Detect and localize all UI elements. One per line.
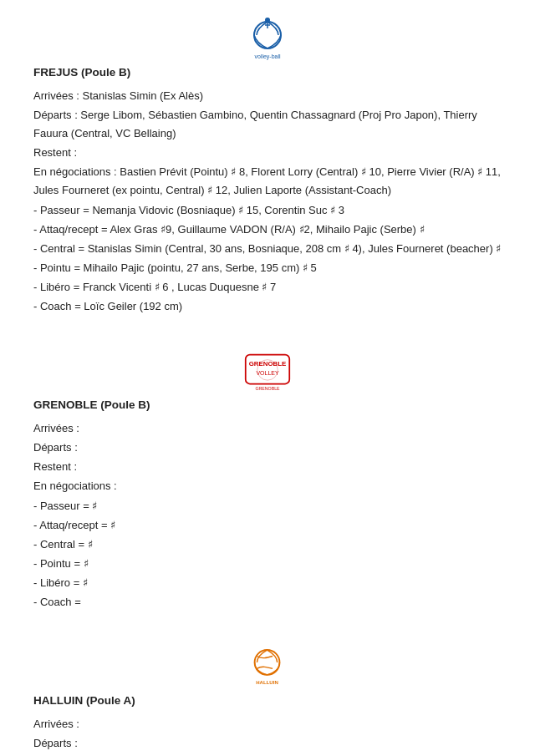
grenoble-section: GRENOBLE VOLLEY GRENOBLE GRENOBLE (Poule… bbox=[33, 349, 502, 611]
halluin-section: HALLUIN HALLUIN (Poule A) Arrivées : Dép… bbox=[33, 645, 502, 756]
grenoble-line-0: Arrivées : bbox=[33, 419, 502, 438]
frejus-title: FREJUS (Poule B) bbox=[33, 66, 130, 79]
svg-text:HALLUIN: HALLUIN bbox=[256, 680, 278, 685]
grenoble-logo: GRENOBLE VOLLEY GRENOBLE bbox=[238, 349, 297, 395]
frejus-line-3: En négociations : Bastien Prévit (Pointu… bbox=[33, 163, 502, 200]
grenoble-header: GRENOBLE VOLLEY GRENOBLE GRENOBLE (Poule… bbox=[33, 349, 502, 411]
halluin-logo: HALLUIN bbox=[238, 645, 297, 691]
grenoble-line-6: - Central = ♯ bbox=[33, 535, 502, 554]
grenoble-line-5: - Attaq/recept = ♯ bbox=[33, 516, 502, 535]
grenoble-title: GRENOBLE (Poule B) bbox=[33, 398, 150, 411]
halluin-content: Arrivées : Départs : Restent : En négoci… bbox=[33, 715, 502, 756]
frejus-line-9: - Coach = Loïc Geiler (192 cm) bbox=[33, 297, 502, 316]
frejus-line-8: - Libéro = Franck Vicenti ♯ 6 , Lucas Du… bbox=[33, 278, 502, 297]
halluin-line-1: Départs : bbox=[33, 734, 502, 753]
frejus-line-0: Arrivées : Stanislas Simin (Ex Alès) bbox=[33, 87, 502, 105]
grenoble-line-4: - Passeur = ♯ bbox=[33, 497, 502, 515]
frejus-content: Arrivées : Stanislas Simin (Ex Alès) Dép… bbox=[33, 87, 502, 316]
grenoble-line-9: - Coach = bbox=[33, 593, 502, 611]
svg-rect-5 bbox=[246, 355, 290, 384]
grenoble-line-2: Restent : bbox=[33, 458, 502, 476]
grenoble-line-3: En négociations : bbox=[33, 477, 502, 495]
frejus-line-6: - Central = Stanislas Simin (Central, 30… bbox=[33, 240, 502, 258]
frejus-line-1: Départs : Serge Libom, Sébastien Gambino… bbox=[33, 106, 502, 143]
frejus-section: volley-ball FREJUS (Poule B) Arrivées : … bbox=[33, 17, 502, 316]
svg-text:VOLLEY: VOLLEY bbox=[256, 370, 279, 376]
frejus-line-4: - Passeur = Nemanja Vidovic (Bosniaque) … bbox=[33, 201, 502, 220]
frejus-header: volley-ball FREJUS (Poule B) bbox=[33, 17, 502, 79]
grenoble-line-7: - Pointu = ♯ bbox=[33, 555, 502, 573]
frejus-logo: volley-ball bbox=[238, 17, 297, 63]
svg-point-1 bbox=[265, 18, 270, 23]
svg-text:GRENOBLE: GRENOBLE bbox=[249, 360, 287, 368]
frejus-line-5: - Attaq/recept = Alex Gras ♯9, Guillaume… bbox=[33, 221, 502, 239]
halluin-header: HALLUIN HALLUIN (Poule A) bbox=[33, 645, 502, 707]
grenoble-line-1: Départs : bbox=[33, 439, 502, 457]
grenoble-content: Arrivées : Départs : Restent : En négoci… bbox=[33, 419, 502, 611]
halluin-title: HALLUIN (Poule A) bbox=[33, 694, 135, 707]
svg-text:volley-ball: volley-ball bbox=[254, 53, 281, 60]
frejus-line-2: Restent : bbox=[33, 144, 502, 162]
halluin-line-0: Arrivées : bbox=[33, 715, 502, 733]
frejus-line-7: - Pointu = Mihailo Pajic (pointu, 27 ans… bbox=[33, 259, 502, 277]
grenoble-line-8: - Libéro = ♯ bbox=[33, 574, 502, 592]
svg-text:GRENOBLE: GRENOBLE bbox=[255, 387, 280, 392]
